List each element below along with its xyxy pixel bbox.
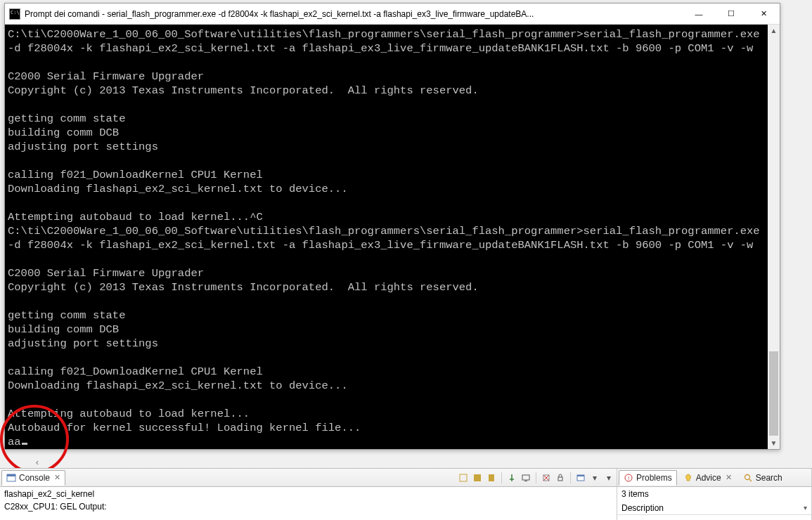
menu-icon[interactable]: ▾ (602, 472, 615, 484)
search-icon (743, 473, 753, 483)
svg-rect-4 (489, 474, 494, 481)
terminal-body[interactable]: C:\ti\C2000Ware_1_00_06_00_Software\util… (5, 25, 780, 449)
console-line: flashapi_ex2_sci_kernel (4, 489, 612, 499)
window-title: Prompt dei comandi - serial_flash_progra… (25, 9, 683, 19)
svg-line-14 (749, 479, 752, 481)
toolbar-icon[interactable] (457, 472, 470, 484)
display-icon[interactable] (520, 472, 532, 484)
terminal-output[interactable]: C:\ti\C2000Ware_1_00_06_00_Software\util… (5, 25, 768, 449)
console-icon (6, 473, 16, 483)
problems-panel: ! Problems Advice ✕ Search 3 items (617, 469, 812, 520)
dropdown-caret-icon[interactable]: ▾ (588, 472, 601, 484)
tab-problems-label: Problems (636, 473, 672, 483)
tab-console[interactable]: Console ✕ (1, 470, 65, 486)
tab-search[interactable]: Search (738, 470, 787, 486)
ide-bottom-panels: Console ✕ ▾ ▾ flashapi_ex2_sci_kernel C2… (0, 468, 812, 520)
svg-text:!: ! (628, 475, 629, 481)
window-titlebar[interactable]: Prompt dei comandi - serial_flash_progra… (5, 4, 780, 25)
clear-icon[interactable] (540, 472, 553, 484)
close-button[interactable]: ✕ (747, 4, 780, 25)
scroll-thumb[interactable] (769, 351, 778, 436)
tab-advice[interactable]: Advice ✕ (678, 470, 737, 486)
console-body[interactable]: flashapi_ex2_sci_kernel C28xx_CPU1: GEL … (0, 487, 617, 520)
close-tab-icon[interactable]: ✕ (54, 473, 60, 482)
toolbar-icon[interactable] (471, 472, 484, 484)
svg-point-13 (745, 474, 749, 479)
problems-tabbar: ! Problems Advice ✕ Search (617, 469, 811, 487)
cursor (22, 443, 27, 445)
svg-rect-5 (522, 475, 529, 480)
svg-rect-2 (460, 474, 467, 481)
console-tabbar: Console ✕ ▾ ▾ (0, 469, 617, 487)
tab-search-label: Search (756, 473, 782, 483)
svg-rect-3 (474, 474, 481, 481)
maximize-button[interactable]: ☐ (715, 4, 747, 25)
sort-caret-icon[interactable]: ▾ (804, 504, 807, 512)
collapse-chevron[interactable]: ‹ (31, 455, 44, 468)
scroll-track[interactable] (768, 37, 780, 437)
terminal-text: C:\ti\C2000Ware_1_00_06_00_Software\util… (8, 28, 766, 448)
pin-icon[interactable] (505, 472, 518, 484)
lock-icon[interactable] (554, 472, 567, 484)
problems-summary: 3 items (617, 487, 811, 501)
svg-rect-6 (524, 481, 527, 481)
minimize-button[interactable]: — (683, 4, 715, 25)
open-console-icon[interactable] (574, 472, 587, 484)
cmd-icon (9, 8, 20, 20)
svg-rect-1 (7, 474, 15, 476)
vertical-scrollbar[interactable]: ▲ ▼ (768, 25, 780, 449)
svg-rect-10 (577, 475, 584, 476)
scroll-up-button[interactable]: ▲ (768, 25, 780, 37)
tab-problems[interactable]: ! Problems (619, 470, 677, 486)
scroll-down-button[interactable]: ▼ (768, 437, 780, 449)
tab-advice-label: Advice (696, 473, 721, 483)
problems-column-header[interactable]: Description ▾ (617, 501, 811, 515)
col-description: Description (621, 503, 664, 513)
advice-icon (683, 473, 693, 483)
close-tab-icon[interactable]: ✕ (726, 473, 732, 482)
command-prompt-window: Prompt dei comandi - serial_flash_progra… (4, 3, 780, 450)
svg-rect-8 (558, 477, 562, 481)
problems-body: 3 items Description ▾ (617, 487, 811, 520)
console-line: C28xx_CPU1: GEL Output: (4, 502, 612, 512)
toolbar-icon[interactable] (485, 472, 498, 484)
console-panel: Console ✕ ▾ ▾ flashapi_ex2_sci_kernel C2… (0, 469, 617, 520)
tab-console-label: Console (19, 473, 50, 483)
problems-icon: ! (624, 473, 633, 483)
